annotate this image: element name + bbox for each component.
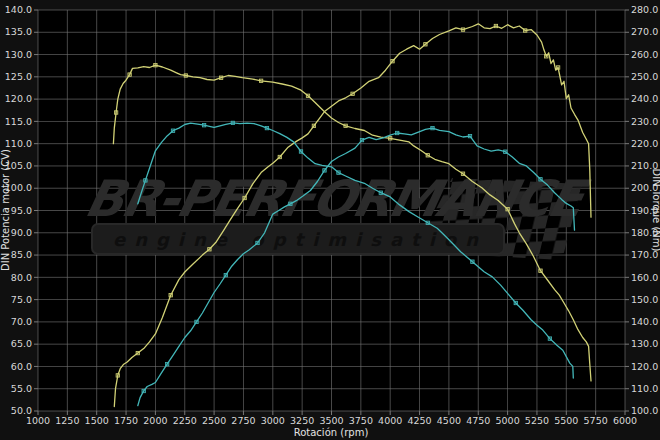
y-left-tick-label: 110.0 <box>5 138 32 149</box>
x-tick-label: 4250 <box>407 415 431 426</box>
y-right-tick-label: 220.0 <box>631 138 658 149</box>
y-left-tick-label: 85.0 <box>11 249 32 260</box>
torque-tuned-marker <box>114 111 117 114</box>
torque-tuned-marker <box>539 269 542 272</box>
power-tuned-marker <box>494 24 497 27</box>
x-tick-label: 5750 <box>584 415 608 426</box>
torque-tuned-marker <box>344 124 347 127</box>
power-stock-marker <box>431 126 434 129</box>
y-left-tick-label: 80.0 <box>11 272 32 283</box>
power-stock-marker <box>504 150 507 153</box>
y-left-tick-label: 95.0 <box>11 205 32 216</box>
power-stock-marker <box>256 241 259 244</box>
x-tick-label: 1500 <box>85 415 109 426</box>
y-right-tick-label: 130.0 <box>631 338 658 349</box>
torque-tuned-marker <box>426 154 429 157</box>
torque-tuned-marker <box>259 79 262 82</box>
torque-tuned-marker <box>128 73 131 76</box>
power-stock-marker <box>195 320 198 323</box>
torque-tuned-marker <box>306 94 309 97</box>
power-tuned-marker <box>351 92 354 95</box>
x-tick-label: 3250 <box>290 415 314 426</box>
torque-stock-marker <box>171 129 174 132</box>
torque-stock-marker <box>299 150 302 153</box>
x-tick-label: 3500 <box>319 415 343 426</box>
torque-tuned-marker <box>219 76 222 79</box>
power-tuned-marker <box>391 60 394 63</box>
y-left-tick-label: 70.0 <box>11 316 32 327</box>
watermark-brand-text: BR-PERFORMANCE <box>80 170 595 228</box>
power-tuned-marker <box>169 294 172 297</box>
power-stock-marker <box>539 178 542 181</box>
torque-tuned-marker <box>154 64 157 67</box>
x-tick-label: 3750 <box>349 415 373 426</box>
x-tick-label: 4750 <box>466 415 490 426</box>
torque-stock-marker <box>231 121 234 124</box>
x-tick-label: 2000 <box>143 415 167 426</box>
power-stock-marker <box>360 138 363 141</box>
y-left-tick-label: 125.0 <box>5 71 32 82</box>
x-tick-label: 1000 <box>26 415 50 426</box>
power-stock-marker <box>224 273 227 276</box>
y-right-tick-label: 240.0 <box>631 93 658 104</box>
power-stock-marker <box>323 169 326 172</box>
torque-stock-marker <box>337 171 340 174</box>
y-right-tick-label: 280.0 <box>631 4 658 15</box>
power-stock-marker <box>468 134 471 137</box>
y-left-tick-label: 135.0 <box>5 26 32 37</box>
x-tick-label: 2500 <box>202 415 226 426</box>
torque-stock-marker <box>202 124 205 127</box>
power-stock-marker <box>396 131 399 134</box>
torque-tuned-marker <box>184 74 187 77</box>
y-right-tick-label: 270.0 <box>631 26 658 37</box>
power-tuned-marker <box>461 28 464 31</box>
torque-stock-marker <box>144 179 147 182</box>
x-tick-label: 3000 <box>261 415 285 426</box>
y-left-tick-label: 65.0 <box>11 338 32 349</box>
torque-stock-marker <box>548 337 551 340</box>
torque-stock-marker <box>379 191 382 194</box>
torque-tuned-marker <box>461 172 464 175</box>
y-right-tick-label: 140.0 <box>631 316 658 327</box>
torque-stock-marker <box>471 260 474 263</box>
y-right-tick-label: 110.0 <box>631 383 658 394</box>
power-tuned-marker <box>312 124 315 127</box>
x-tick-label: 6000 <box>613 415 637 426</box>
x-tick-label: 4500 <box>437 415 461 426</box>
y-right-tick-label: 250.0 <box>631 71 658 82</box>
power-tuned-marker <box>556 66 559 69</box>
y-left-tick-label: 60.0 <box>11 361 32 372</box>
y-left-tick-label: 130.0 <box>5 49 32 60</box>
x-tick-label: 5500 <box>554 415 578 426</box>
left-axis-title: DIN Potencia motor (CV) <box>0 149 11 271</box>
y-left-tick-label: 115.0 <box>5 116 32 127</box>
x-tick-label: 5000 <box>496 415 520 426</box>
torque-stock-marker <box>265 126 268 129</box>
y-left-tick-label: 75.0 <box>11 294 32 305</box>
x-tick-label: 5250 <box>525 415 549 426</box>
torque-stock-marker <box>426 221 429 224</box>
power-tuned-marker <box>136 351 139 354</box>
watermark-subtitle-text: engine optimisation <box>113 229 487 250</box>
y-left-tick-label: 90.0 <box>11 227 32 238</box>
torque-tuned-marker <box>506 208 509 211</box>
y-right-tick-label: 160.0 <box>631 272 658 283</box>
power-tuned-marker <box>545 55 548 58</box>
y-left-tick-label: 140.0 <box>5 4 32 15</box>
y-left-tick-label: 50.0 <box>11 405 32 416</box>
power-tuned-marker <box>116 374 119 377</box>
torque-stock-marker <box>514 301 517 304</box>
y-right-tick-label: 260.0 <box>631 49 658 60</box>
x-tick-label: 4000 <box>378 415 402 426</box>
power-tuned-marker <box>524 29 527 32</box>
y-right-tick-label: 150.0 <box>631 294 658 305</box>
y-right-tick-label: 100.0 <box>631 405 658 416</box>
y-left-tick-label: 55.0 <box>11 383 32 394</box>
x-tick-label: 1750 <box>114 415 138 426</box>
y-right-tick-label: 120.0 <box>631 361 658 372</box>
y-right-tick-label: 230.0 <box>631 116 658 127</box>
power-stock-marker <box>142 389 145 392</box>
power-stock-marker <box>165 363 168 366</box>
y-left-tick-label: 120.0 <box>5 93 32 104</box>
x-tick-label: 2750 <box>231 415 255 426</box>
